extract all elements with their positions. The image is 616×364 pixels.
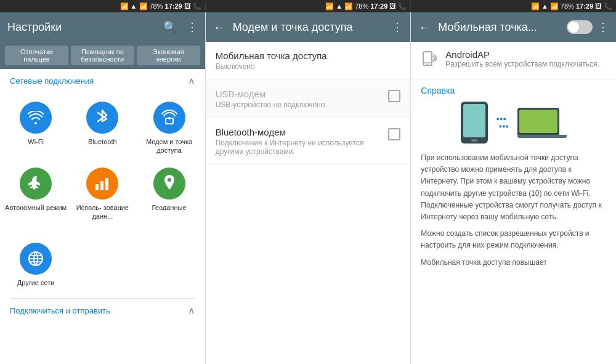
svg-rect-2 xyxy=(95,184,99,190)
bluetooth-modem-title: Bluetooth-модем xyxy=(216,127,389,137)
laptop-illustration xyxy=(517,108,567,138)
settings-top-bar: Настройки 🔍 ⋮ xyxy=(0,12,205,42)
svg-point-5 xyxy=(168,178,171,182)
other-networks-label: Другие сети xyxy=(17,278,55,287)
hotspot-top-right: ⋮ xyxy=(567,20,609,34)
other-networks-icon xyxy=(20,243,52,275)
sim-icon-2: 📶 xyxy=(325,2,334,10)
wifi-icon xyxy=(20,102,52,134)
photo-icon: 🖼 xyxy=(184,2,191,10)
hotspot-label: Модем и точка доступа xyxy=(138,137,200,155)
bluetooth-modem-subtitle: Подключение к Интернету не используется … xyxy=(216,139,389,156)
usb-modem-subtitle: USB-устройство не подключено. xyxy=(216,100,389,109)
phone-icon-3: 📞 xyxy=(604,2,612,10)
usb-modem-checkbox[interactable] xyxy=(388,90,400,102)
settings-title: Настройки xyxy=(7,21,163,34)
help-title: Справка xyxy=(421,86,606,95)
more-icon[interactable]: ⋮ xyxy=(187,20,198,34)
bluetooth-item[interactable]: Bluetooth xyxy=(69,95,136,161)
network-icon-grid: Wi-Fi Bluetooth xyxy=(0,91,205,232)
androidap-name: AndroidAP xyxy=(445,49,599,60)
wifi-status-icon: ▲ xyxy=(131,2,137,10)
network-section-header[interactable]: Сетевые подключения ∧ xyxy=(0,69,205,91)
help-paragraph-3: Мобильная точка доступа повышает xyxy=(421,257,606,269)
help-paragraph-2: Можно создать список разрешенных устройс… xyxy=(421,228,606,251)
bluetooth-modem-item[interactable]: Bluetooth-модем Подключение к Интернету … xyxy=(206,118,411,165)
svg-point-1 xyxy=(168,117,171,119)
other-networks-item[interactable]: Другие сети xyxy=(2,237,69,293)
geo-icon xyxy=(153,168,185,200)
connect-section[interactable]: Подключиться и отправить ∧ xyxy=(0,299,205,320)
connect-chevron-icon: ∧ xyxy=(188,305,195,317)
sim-icon: 📶 xyxy=(120,2,129,10)
status-bar: 📶 ▲ 📶 78% 17:29 🖼 📞 📶 ▲ 📶 78% 17:29 🖼 📞 … xyxy=(0,0,616,12)
security-shortcut[interactable]: Помощник по безопасности xyxy=(71,46,134,65)
airplane-item[interactable]: Автономный режим xyxy=(2,161,69,227)
time-1: 17:29 xyxy=(165,2,182,10)
battery-shortcut[interactable]: Экономия энергии xyxy=(137,46,200,65)
androidap-subtitle: Разрешить всем устройствам подключаться. xyxy=(445,60,599,68)
panel-hotspot-detail: ← Мобильная точка... ⋮ xyxy=(411,12,616,364)
status-panel-2: 📶 ▲ 📶 78% 17:29 🖼 📞 xyxy=(206,2,411,10)
svg-rect-4 xyxy=(105,178,108,190)
signal-icon: 📶 xyxy=(139,2,148,10)
help-paragraph-1: При использовании мобильной точки доступ… xyxy=(421,152,606,223)
sim-icon-3: 📶 xyxy=(531,2,540,10)
hotspot-more-icon[interactable]: ⋮ xyxy=(598,20,609,34)
signal-waves: ●●● ●●● xyxy=(496,116,509,129)
network-section-title: Сетевые подключения xyxy=(10,76,94,86)
status-panel-1: 📶 ▲ 📶 78% 17:29 🖼 📞 xyxy=(0,2,206,10)
help-section: Справка ●●● ●●● xyxy=(411,79,616,280)
shortcut-bar: Отпечатки пальцев Помощник по безопаснос… xyxy=(0,42,205,69)
svg-point-9 xyxy=(427,64,428,65)
signal-icon-3: 📶 xyxy=(550,2,559,10)
wifi-status-icon-2: ▲ xyxy=(336,2,342,10)
data-usage-label: Исполь- зование данн... xyxy=(71,203,133,221)
wifi-item[interactable]: Wi-Fi xyxy=(2,95,69,161)
data-usage-icon xyxy=(86,168,118,200)
hotspot-back-button[interactable]: ← xyxy=(418,20,431,34)
chevron-up-icon: ∧ xyxy=(188,75,195,87)
connect-section-title: Подключиться и отправить xyxy=(10,306,110,315)
bluetooth-icon xyxy=(86,102,118,134)
androidap-row[interactable]: AndroidAP Разрешить всем устройствам под… xyxy=(411,42,616,79)
signal-icon-2: 📶 xyxy=(344,2,353,10)
bluetooth-label: Bluetooth xyxy=(88,137,116,146)
battery-percent-2: 78% xyxy=(355,2,368,10)
panel-modem: ← Модем и точка доступа ⋮ Мобильная точк… xyxy=(206,12,411,364)
photo-icon-3: 🖼 xyxy=(595,2,602,10)
hotspot-illustration: ●●● ●●● xyxy=(421,102,606,144)
modem-title: Модем и точка доступа xyxy=(233,21,392,34)
hotspot-detail-title: Мобильная точка... xyxy=(438,21,567,34)
usb-modem-item[interactable]: USB-модем USB-устройство не подключено. xyxy=(206,80,411,118)
panel-settings: Настройки 🔍 ⋮ Отпечатки пальцев Помощник… xyxy=(0,12,206,364)
hotspot-icon xyxy=(153,102,185,134)
phone-illustration xyxy=(461,102,488,144)
wifi-label: Wi-Fi xyxy=(28,137,44,146)
time-3: 17:29 xyxy=(576,2,593,10)
hotspot-item[interactable]: Модем и точка доступа xyxy=(136,95,202,161)
battery-percent-3: 78% xyxy=(561,2,574,10)
status-panel-3: 📶 ▲ 📶 78% 17:29 🖼 📞 xyxy=(411,2,616,10)
geo-item[interactable]: Геоданные xyxy=(136,161,202,227)
usb-modem-title: USB-модем xyxy=(216,89,389,99)
androidap-device-icon xyxy=(421,51,438,71)
settings-top-icons: 🔍 ⋮ xyxy=(163,20,198,34)
phone-icon-2: 📞 xyxy=(398,2,407,10)
androidap-text-block: AndroidAP Разрешить всем устройствам под… xyxy=(445,49,599,68)
search-icon[interactable]: 🔍 xyxy=(163,20,177,34)
airplane-icon xyxy=(20,168,52,200)
modem-back-button[interactable]: ← xyxy=(213,20,225,34)
data-usage-item[interactable]: Исполь- зование данн... xyxy=(69,161,136,227)
mobile-hotspot-item[interactable]: Мобильная точка доступа Выключено xyxy=(206,42,411,80)
hotspot-toggle[interactable] xyxy=(567,20,593,34)
fingerprint-shortcut[interactable]: Отпечатки пальцев xyxy=(5,46,68,65)
svg-rect-3 xyxy=(100,181,103,190)
modem-more-icon[interactable]: ⋮ xyxy=(392,20,403,34)
mobile-hotspot-title: Мобильная точка доступа xyxy=(216,51,401,61)
bluetooth-modem-checkbox[interactable] xyxy=(388,128,400,140)
battery-percent-1: 78% xyxy=(150,2,163,10)
mobile-hotspot-subtitle: Выключено xyxy=(216,62,401,71)
airplane-label: Автономный режим xyxy=(5,203,67,212)
geo-label: Геоданные xyxy=(152,203,187,212)
